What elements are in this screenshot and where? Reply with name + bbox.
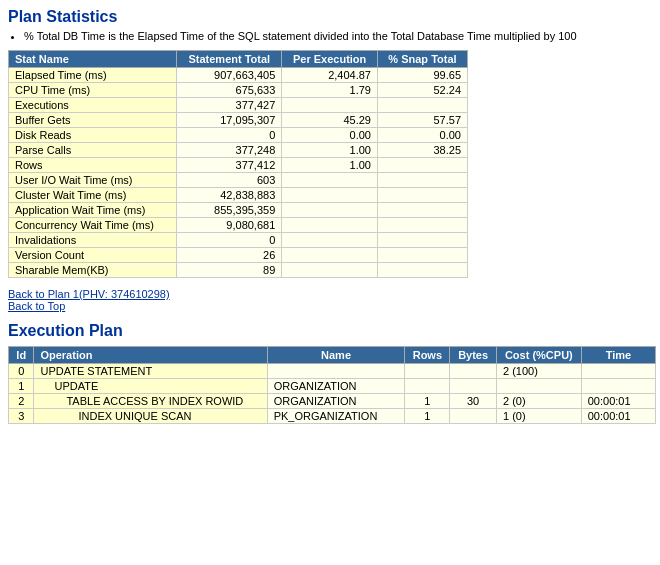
per-execution-cell [282,218,378,233]
per-execution-cell: 45.29 [282,113,378,128]
exec-table-row: 3 INDEX UNIQUE SCAN PK_ORGANIZATION 1 1 … [9,409,656,424]
statement-total-cell: 26 [177,248,282,263]
pct-snap-total-cell [377,158,467,173]
stat-name-cell: Executions [9,98,177,113]
th-statement-total: Statement Total [177,51,282,68]
exec-bytes-cell [450,379,497,394]
exec-id-cell: 2 [9,394,34,409]
statement-total-cell: 603 [177,173,282,188]
per-execution-cell: 2,404.87 [282,68,378,83]
exec-rows-cell [405,364,450,379]
pct-snap-total-cell [377,98,467,113]
table-row: Concurrency Wait Time (ms) 9,080,681 [9,218,468,233]
stats-table: Stat Name Statement Total Per Execution … [8,50,468,278]
exec-op-cell: INDEX UNIQUE SCAN [34,409,267,424]
per-execution-cell: 0.00 [282,128,378,143]
plan-statistics-section: Plan Statistics % Total DB Time is the E… [8,8,652,278]
execution-plan-section: Execution Plan Id Operation Name Rows By… [8,322,652,424]
exec-table: Id Operation Name Rows Bytes Cost (%CPU)… [8,346,656,424]
table-row: User I/O Wait Time (ms) 603 [9,173,468,188]
navigation-links: Back to Plan 1(PHV: 374610298) Back to T… [8,288,652,312]
back-to-plan-link[interactable]: Back to Plan 1(PHV: 374610298) [8,288,652,300]
exec-time-cell [581,379,655,394]
table-row: Application Wait Time (ms) 855,395,359 [9,203,468,218]
exec-cost-cell [496,379,581,394]
exec-time-cell [581,364,655,379]
exec-op-cell: UPDATE STATEMENT [34,364,267,379]
pct-snap-total-cell [377,173,467,188]
pct-snap-total-cell [377,233,467,248]
pct-snap-total-cell [377,203,467,218]
exec-rows-cell: 1 [405,394,450,409]
statement-total-cell: 377,248 [177,143,282,158]
statement-total-cell: 9,080,681 [177,218,282,233]
pct-snap-total-cell: 57.57 [377,113,467,128]
execution-plan-title: Execution Plan [8,322,652,340]
exec-bytes-cell [450,364,497,379]
stat-name-cell: Rows [9,158,177,173]
table-row: CPU Time (ms) 675,633 1.79 52.24 [9,83,468,98]
th-rows: Rows [405,347,450,364]
exec-cost-cell: 2 (100) [496,364,581,379]
stat-name-cell: Version Count [9,248,177,263]
pct-snap-total-cell [377,188,467,203]
statement-total-cell: 42,838,883 [177,188,282,203]
exec-time-cell: 00:00:01 [581,409,655,424]
per-execution-cell: 1.00 [282,143,378,158]
stat-name-cell: Parse Calls [9,143,177,158]
th-bytes: Bytes [450,347,497,364]
statement-total-cell: 377,412 [177,158,282,173]
exec-bytes-cell: 30 [450,394,497,409]
th-time: Time [581,347,655,364]
stat-name-cell: Buffer Gets [9,113,177,128]
per-execution-cell [282,98,378,113]
table-row: Elapsed Time (ms) 907,663,405 2,404.87 9… [9,68,468,83]
statement-total-cell: 855,395,359 [177,203,282,218]
table-row: Disk Reads 0 0.00 0.00 [9,128,468,143]
bullet-text: % Total DB Time is the Elapsed Time of t… [24,30,652,42]
exec-id-cell: 0 [9,364,34,379]
statement-total-cell: 0 [177,128,282,143]
per-execution-cell: 1.79 [282,83,378,98]
pct-snap-total-cell [377,218,467,233]
th-id: Id [9,347,34,364]
exec-cost-cell: 2 (0) [496,394,581,409]
table-row: Invalidations 0 [9,233,468,248]
stat-name-cell: CPU Time (ms) [9,83,177,98]
th-operation: Operation [34,347,267,364]
pct-snap-total-cell [377,248,467,263]
statement-total-cell: 89 [177,263,282,278]
exec-name-cell: PK_ORGANIZATION [267,409,405,424]
per-execution-cell [282,233,378,248]
th-stat-name: Stat Name [9,51,177,68]
exec-time-cell: 00:00:01 [581,394,655,409]
exec-table-row: 0 UPDATE STATEMENT 2 (100) [9,364,656,379]
table-row: Rows 377,412 1.00 [9,158,468,173]
exec-table-row: 1 UPDATE ORGANIZATION [9,379,656,394]
statement-total-cell: 17,095,307 [177,113,282,128]
table-row: Executions 377,427 [9,98,468,113]
pct-snap-total-cell [377,263,467,278]
statement-total-cell: 675,633 [177,83,282,98]
exec-name-cell: ORGANIZATION [267,379,405,394]
th-pct-snap-total: % Snap Total [377,51,467,68]
exec-id-cell: 3 [9,409,34,424]
stat-name-cell: Concurrency Wait Time (ms) [9,218,177,233]
exec-rows-cell [405,379,450,394]
table-row: Parse Calls 377,248 1.00 38.25 [9,143,468,158]
stat-name-cell: Sharable Mem(KB) [9,263,177,278]
statement-total-cell: 0 [177,233,282,248]
per-execution-cell: 1.00 [282,158,378,173]
th-per-execution: Per Execution [282,51,378,68]
exec-bytes-cell [450,409,497,424]
table-row: Buffer Gets 17,095,307 45.29 57.57 [9,113,468,128]
table-row: Version Count 26 [9,248,468,263]
pct-snap-total-cell: 0.00 [377,128,467,143]
back-to-top-link[interactable]: Back to Top [8,300,652,312]
pct-snap-total-cell: 52.24 [377,83,467,98]
per-execution-cell [282,188,378,203]
pct-snap-total-cell: 38.25 [377,143,467,158]
exec-op-cell: TABLE ACCESS BY INDEX ROWID [34,394,267,409]
th-name: Name [267,347,405,364]
exec-cost-cell: 1 (0) [496,409,581,424]
